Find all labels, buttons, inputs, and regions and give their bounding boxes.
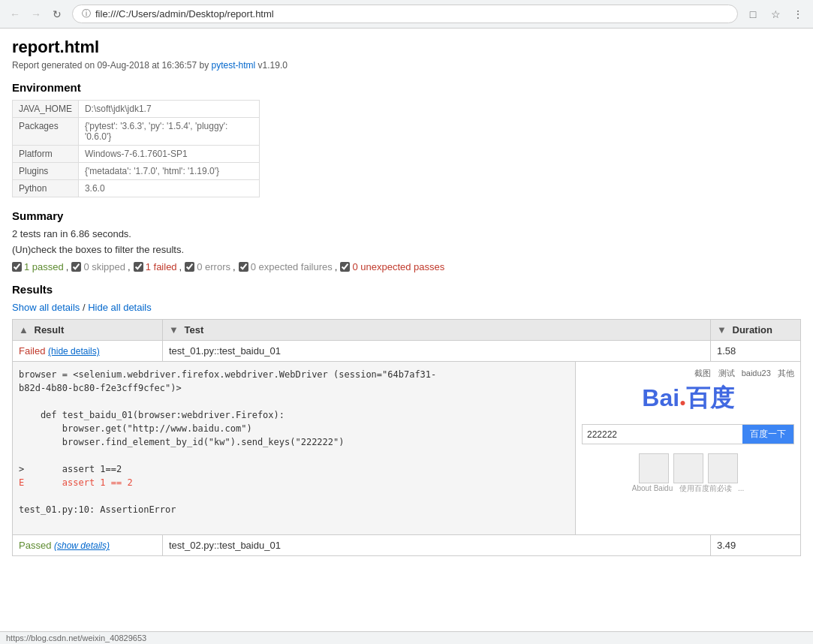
baidu-search-button[interactable]: 百度一下	[742, 425, 793, 444]
baidu-qr-row	[582, 453, 794, 483]
address-bar[interactable]: ⓘ file:///C:/Users/admin/Desktop/report.…	[72, 5, 738, 23]
browser-actions: □ ☆ ⋮	[744, 5, 807, 23]
env-key: Python	[13, 180, 79, 197]
filter-checkbox-failed[interactable]	[134, 262, 143, 272]
filter-instruction: (Un)check the boxes to filter the result…	[12, 244, 801, 255]
baidu-logo: Bai●百度	[582, 382, 794, 415]
filter-checkbox-skipped[interactable]	[71, 262, 81, 272]
hide-all-link[interactable]: Hide all details	[88, 302, 152, 313]
hide-details-link[interactable]: (hide details)	[48, 346, 100, 357]
env-row: Python3.6.0	[13, 180, 260, 197]
report-meta: Report generated on 09-Aug-2018 at 16:36…	[12, 60, 801, 71]
code-detail-row: browser = <selenium.webdriver.firefox.we…	[13, 362, 801, 535]
filter-checkbox-passed[interactable]	[12, 262, 22, 272]
table-row: Failed (hide details) test_01.py::test_b…	[13, 341, 801, 362]
env-key: JAVA_HOME	[13, 101, 79, 118]
filter-item-xpassed: 0 unexpected passes	[340, 261, 447, 272]
filter-count-errors: 0 errors	[197, 261, 230, 272]
test-cell: test_02.py::test_baidu_01	[163, 535, 711, 556]
filter-item-errors: 0 errors,	[185, 261, 235, 272]
nav-buttons: ← → ↻	[6, 5, 66, 23]
filter-checkbox-errors[interactable]	[185, 262, 194, 272]
env-value: 3.6.0	[78, 180, 259, 197]
filter-count-passed: 1 passed	[24, 261, 64, 272]
filter-item-failed: 1 failed,	[134, 261, 182, 272]
duration-cell: 1.58	[711, 341, 801, 362]
filter-item-skipped: 0 skipped,	[71, 261, 130, 272]
sort-arrow-test-icon: ▼	[169, 324, 179, 336]
baidu-toolbar: 截图 测试 baidu23 其他	[582, 368, 794, 379]
code-pane[interactable]: browser = <selenium.webdriver.firefox.we…	[13, 362, 575, 534]
results-section-title: Results	[12, 283, 801, 296]
filter-count-xpassed: 0 unexpected passes	[352, 261, 444, 272]
env-value: D:\soft\jdk\jdk1.7	[78, 101, 259, 118]
summary-section-title: Summary	[12, 209, 801, 222]
sort-arrow-dur-icon: ▼	[717, 324, 727, 336]
table-row: Passed (show details) test_02.py::test_b…	[13, 535, 801, 556]
qr-code-1	[639, 453, 669, 483]
baidu-search-input[interactable]	[583, 425, 742, 444]
environment-table: JAVA_HOMED:\soft\jdk\jdk1.7Packages{'pyt…	[12, 100, 260, 197]
result-failed: Failed	[19, 345, 45, 357]
url-text: file:///C:/Users/admin/Desktop/report.ht…	[95, 8, 274, 20]
filter-count-xfailed: 0 expected failures	[251, 261, 333, 272]
env-key: Platform	[13, 146, 79, 163]
results-links: Show all details / Hide all details	[12, 302, 801, 313]
result-cell: Failed (hide details)	[13, 341, 163, 362]
result-passed: Passed	[19, 540, 51, 551]
back-button[interactable]: ←	[6, 5, 24, 23]
screenshot-button[interactable]: □	[744, 5, 762, 23]
test-col-header[interactable]: ▼ Test	[163, 320, 711, 341]
env-row: Packages{'pytest': '3.6.3', 'py': '1.5.4…	[13, 118, 260, 146]
show-all-link[interactable]: Show all details	[12, 302, 80, 313]
forward-button[interactable]: →	[27, 5, 45, 23]
table-header-row: ▲ Result ▼ Test ▼ Duration	[13, 320, 801, 341]
duration-cell: 3.49	[711, 535, 801, 556]
env-key: Packages	[13, 118, 79, 146]
lock-icon: ⓘ	[82, 8, 91, 20]
filter-count-failed: 1 failed	[146, 261, 177, 272]
show-details-link[interactable]: (show details)	[54, 540, 110, 551]
results-table: ▲ Result ▼ Test ▼ Duration Failed (hide …	[12, 319, 801, 556]
env-value: {'metadata': '1.7.0', 'html': '1.19.0'}	[78, 163, 259, 180]
menu-button[interactable]: ⋮	[789, 5, 807, 23]
result-col-header[interactable]: ▲ Result	[13, 320, 163, 341]
browser-chrome: ← → ↻ ⓘ file:///C:/Users/admin/Desktop/r…	[0, 0, 813, 29]
screenshot-pane: 截图 测试 baidu23 其他 Bai●百度 百度一下 About Baidu…	[575, 362, 800, 534]
env-value: {'pytest': '3.6.3', 'py': '1.5.4', 'plug…	[78, 118, 259, 146]
result-cell: Passed (show details)	[13, 535, 163, 556]
filter-checkboxes: 1 passed, 0 skipped, 1 failed, 0 errors,…	[12, 261, 801, 272]
baidu-search-bar: 百度一下	[582, 424, 794, 444]
environment-section-title: Environment	[12, 81, 801, 94]
filter-checkbox-xpassed[interactable]	[340, 262, 350, 272]
filter-checkbox-xfailed[interactable]	[239, 262, 248, 272]
reload-button[interactable]: ↻	[48, 5, 66, 23]
page-content: report.html Report generated on 09-Aug-2…	[0, 29, 813, 565]
filter-count-skipped: 0 skipped	[83, 261, 125, 272]
env-value: Windows-7-6.1.7601-SP1	[78, 146, 259, 163]
duration-col-header[interactable]: ▼ Duration	[711, 320, 801, 341]
qr-code-2	[673, 453, 703, 483]
filter-item-xfailed: 0 expected failures,	[239, 261, 338, 272]
filter-item-passed: 1 passed,	[12, 261, 68, 272]
env-row: Plugins{'metadata': '1.7.0', 'html': '1.…	[13, 163, 260, 180]
test-cell: test_01.py::test_baidu_01	[163, 341, 711, 362]
qr-code-3	[708, 453, 738, 483]
pytest-html-link[interactable]: pytest-html	[212, 60, 256, 71]
env-row: PlatformWindows-7-6.1.7601-SP1	[13, 146, 260, 163]
env-key: Plugins	[13, 163, 79, 180]
code-detail-cell: browser = <selenium.webdriver.firefox.we…	[13, 362, 801, 535]
baidu-footer: About Baidu 使用百度前必读 ...	[582, 483, 794, 494]
env-row: JAVA_HOMED:\soft\jdk\jdk1.7	[13, 101, 260, 118]
page-title: report.html	[12, 38, 801, 57]
bookmark-button[interactable]: ☆	[766, 5, 784, 23]
sort-arrow-icon: ▲	[19, 324, 29, 336]
summary-run-text: 2 tests ran in 6.86 seconds.	[12, 228, 801, 239]
